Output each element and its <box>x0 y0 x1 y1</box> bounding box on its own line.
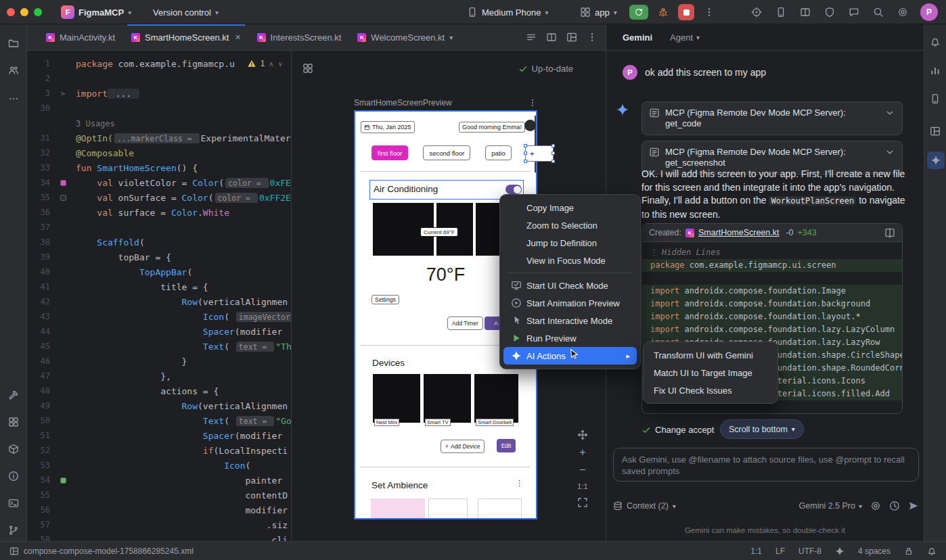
settings-button[interactable] <box>896 5 909 19</box>
editor-list-icon[interactable] <box>526 32 537 43</box>
menu-item-fix-ui-check-issues[interactable]: Fix UI Check Issues <box>647 381 774 399</box>
selection-handle[interactable] <box>524 151 527 155</box>
edit-button[interactable]: Edit <box>497 439 516 452</box>
unfold-icon[interactable]: ⋮ <box>650 246 658 259</box>
device-card-smart-tv[interactable]: Smart TV <box>424 374 471 423</box>
code-editor[interactable]: 1package com.example.figmamcp.u23>import… <box>27 51 291 541</box>
open-diff-icon[interactable] <box>884 227 895 238</box>
run-button[interactable] <box>629 5 648 20</box>
stop-button[interactable] <box>678 4 694 20</box>
problems-tool-button[interactable] <box>8 471 19 482</box>
menu-item-start-ui-check-mode[interactable]: Start UI Check Mode <box>503 277 637 294</box>
color-preview-chip[interactable] <box>60 477 66 484</box>
tool-call-card[interactable]: MCP (Figma Remote Dev Mode MCP Server): … <box>641 101 903 135</box>
menu-item-view-in-focus-mode[interactable]: View in Focus Mode <box>503 252 637 269</box>
profile-avatar[interactable]: P <box>920 3 938 21</box>
gemini-prompt-input[interactable] <box>613 448 919 482</box>
design-mode-icon[interactable] <box>566 32 577 43</box>
device-card-smart-doorbell[interactable]: Smart Doorbell <box>474 374 518 423</box>
device-card-nest-mini[interactable]: Nest Mini <box>373 374 420 423</box>
zoom-to-fit-icon[interactable] <box>577 497 588 508</box>
preview-toolbar-icon[interactable] <box>302 63 313 74</box>
status-file-widget[interactable]: compose-compose-model-1758866285245.xml <box>9 546 194 556</box>
ambience-card[interactable] <box>428 498 468 519</box>
editor-tab-mainactivity[interactable]: MainActivity.kt <box>38 24 123 50</box>
lock-icon[interactable] <box>904 546 914 556</box>
prev-problem-icon[interactable]: ∧ <box>269 60 273 68</box>
editor-tab-smarthomescreen[interactable]: SmartHomeScreen.kt × <box>123 24 248 50</box>
status-indent[interactable]: 4 spaces <box>858 546 891 556</box>
zoom-in-button[interactable]: + <box>579 447 585 458</box>
ambience-card[interactable] <box>371 498 425 519</box>
structure-tool-button[interactable] <box>930 126 941 137</box>
minimize-window-button[interactable] <box>20 8 28 16</box>
editor-tab-interestsscreen[interactable]: InterestsScreen.kt <box>249 24 350 50</box>
history-icon[interactable] <box>889 500 900 511</box>
add-timer-button[interactable]: Add Timer <box>447 317 483 330</box>
zoom-out-button[interactable]: − <box>579 465 585 475</box>
date-chip[interactable]: Thu, Jan 2025 <box>361 121 415 133</box>
menu-item-match-ui-to-target-image[interactable]: Match UI to Target Image <box>647 364 774 381</box>
terminal-tool-button[interactable] <box>8 498 19 509</box>
created-file-link[interactable]: SmartHomeScreen.kt <box>698 228 779 237</box>
device-mirroring-button[interactable] <box>750 5 763 19</box>
selection-handle[interactable] <box>551 160 555 163</box>
fold-expand-icon[interactable]: > <box>61 89 66 98</box>
selection-handle[interactable] <box>551 151 555 155</box>
preview-options-icon[interactable] <box>528 98 537 108</box>
floor-tab-second-floor[interactable]: second floor <box>423 145 470 160</box>
preview-canvas-label[interactable]: SmartHomeScreenPreview <box>354 98 452 108</box>
model-selector[interactable]: Gemini 2.5 Pro ▾ <box>799 501 862 511</box>
vcs-widget[interactable]: Version control ▾ <box>153 0 219 24</box>
next-problem-icon[interactable]: ∨ <box>278 60 283 68</box>
menu-item-start-interactive-mode[interactable]: Start Interactive Mode <box>503 312 637 329</box>
expand-chevron-icon[interactable] <box>884 147 895 158</box>
build-tool-button[interactable] <box>8 390 19 400</box>
project-widget[interactable]: FigmaMCP ▾ <box>61 0 131 24</box>
color-preview-chip[interactable] <box>60 180 66 186</box>
tab-gemini[interactable]: Gemini <box>623 32 652 43</box>
menu-item-zoom-to-selection[interactable]: Zoom to Selection <box>503 216 637 234</box>
send-icon[interactable] <box>908 500 919 511</box>
status-encoding[interactable]: UTF-8 <box>798 546 821 556</box>
version-control-tool-button[interactable] <box>8 525 19 536</box>
assistant-chat-button[interactable] <box>847 5 861 19</box>
expand-chevron-icon[interactable] <box>884 108 895 118</box>
menu-item-copy-image[interactable]: Copy Image <box>503 199 637 216</box>
close-window-button[interactable] <box>7 8 15 16</box>
selection-handle[interactable] <box>524 144 527 147</box>
services-tool-button[interactable] <box>8 417 19 427</box>
inspection-widget[interactable]: 1 ∧ ∨ <box>243 57 287 70</box>
add-floor-button-selection[interactable]: + <box>525 145 554 162</box>
add-device-button[interactable]: + Add Device <box>441 440 485 453</box>
profiler-tool-button[interactable] <box>930 65 941 76</box>
selection-handle[interactable] <box>551 144 555 147</box>
project-tool-button[interactable] <box>8 38 19 49</box>
zoom-level-button[interactable]: 1:1 <box>577 482 587 490</box>
search-everywhere-button[interactable] <box>872 5 885 19</box>
maximize-window-button[interactable] <box>34 8 42 16</box>
close-tab-icon[interactable]: × <box>235 32 240 43</box>
debug-button[interactable] <box>656 5 670 19</box>
gemini-tool-button[interactable] <box>927 151 945 169</box>
notifications-tool-button[interactable] <box>930 37 941 47</box>
context-selector[interactable]: Context (2) ▾ <box>613 501 676 511</box>
layout-inspector-button[interactable] <box>798 5 812 19</box>
device-manager-tool-button[interactable] <box>930 93 941 104</box>
selection-handle[interactable] <box>524 160 527 163</box>
editor-tab-welcomescreen[interactable]: WelcomeScreen.kt ▾ <box>349 24 461 50</box>
more-actions-button[interactable] <box>702 5 716 19</box>
menu-item-jump-to-definition[interactable]: Jump to Definition <box>503 234 637 252</box>
menu-item-run-preview[interactable]: Run Preview <box>503 329 637 347</box>
ambience-card[interactable] <box>478 498 522 519</box>
commit-tool-button[interactable] <box>8 65 19 76</box>
floor-tab-first-floor[interactable]: first floor <box>371 145 408 160</box>
color-preview-chip[interactable] <box>60 195 66 201</box>
settings-button[interactable]: Settings <box>371 295 399 304</box>
floor-tab-patio[interactable]: patio <box>485 145 512 160</box>
scroll-to-bottom-button[interactable]: Scroll to bottom ▾ <box>720 419 804 439</box>
user-avatar[interactable] <box>524 120 536 131</box>
device-selector[interactable]: Medium Phone ▾ <box>467 0 548 24</box>
status-zoom[interactable]: 1:1 <box>750 546 762 556</box>
run-configuration-selector[interactable]: app ▾ <box>580 0 617 24</box>
